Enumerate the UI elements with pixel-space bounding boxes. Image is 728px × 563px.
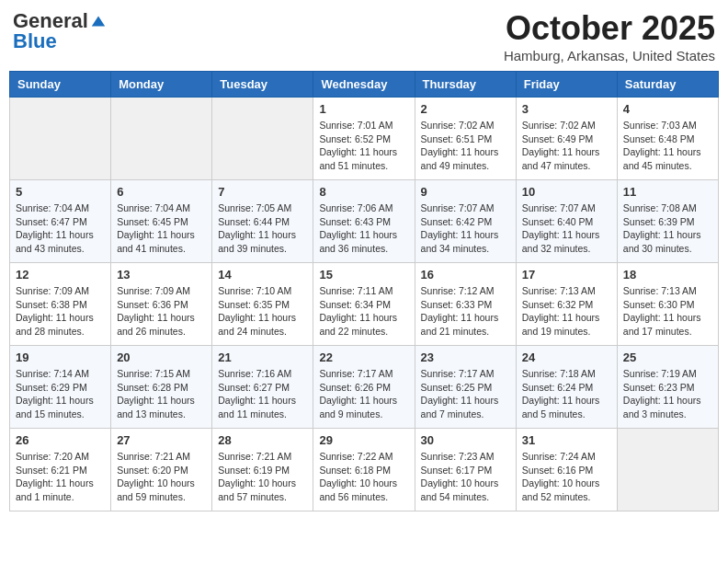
- day-info: Sunrise: 7:13 AMSunset: 6:32 PMDaylight:…: [522, 284, 611, 339]
- day-number: 11: [623, 185, 712, 199]
- table-row: [212, 98, 313, 180]
- day-number: 24: [522, 350, 611, 364]
- header-tuesday: Tuesday: [212, 72, 313, 98]
- table-row: 9Sunrise: 7:07 AMSunset: 6:42 PMDaylight…: [415, 180, 516, 263]
- day-info: Sunrise: 7:17 AMSunset: 6:26 PMDaylight:…: [319, 367, 408, 421]
- location: Hamburg, Arkansas, United States: [504, 48, 715, 63]
- table-row: 31Sunrise: 7:24 AMSunset: 6:16 PMDayligh…: [516, 429, 617, 511]
- table-row: [617, 429, 718, 511]
- logo-icon: [90, 13, 107, 29]
- day-number: 21: [218, 350, 307, 364]
- table-row: 5Sunrise: 7:04 AMSunset: 6:47 PMDaylight…: [10, 180, 111, 263]
- calendar-table: Sunday Monday Tuesday Wednesday Thursday…: [9, 71, 719, 511]
- day-info: Sunrise: 7:09 AMSunset: 6:36 PMDaylight:…: [117, 284, 206, 339]
- day-info: Sunrise: 7:24 AMSunset: 6:16 PMDaylight:…: [522, 450, 611, 504]
- day-number: 3: [522, 102, 611, 116]
- table-row: 25Sunrise: 7:19 AMSunset: 6:23 PMDayligh…: [617, 346, 718, 429]
- header-wednesday: Wednesday: [313, 72, 415, 98]
- table-row: 1Sunrise: 7:01 AMSunset: 6:52 PMDaylight…: [313, 98, 415, 180]
- day-info: Sunrise: 7:09 AMSunset: 6:38 PMDaylight:…: [16, 284, 105, 339]
- day-number: 4: [623, 102, 712, 116]
- day-info: Sunrise: 7:04 AMSunset: 6:47 PMDaylight:…: [16, 201, 105, 256]
- table-row: 15Sunrise: 7:11 AMSunset: 6:34 PMDayligh…: [313, 263, 415, 346]
- day-number: 15: [319, 268, 408, 282]
- logo-blue-text: Blue: [13, 29, 57, 53]
- table-row: 16Sunrise: 7:12 AMSunset: 6:33 PMDayligh…: [415, 263, 516, 346]
- table-row: 21Sunrise: 7:16 AMSunset: 6:27 PMDayligh…: [212, 346, 313, 429]
- day-info: Sunrise: 7:21 AMSunset: 6:19 PMDaylight:…: [218, 450, 307, 504]
- day-number: 8: [319, 185, 408, 199]
- day-info: Sunrise: 7:12 AMSunset: 6:33 PMDaylight:…: [421, 284, 510, 339]
- title-area: October 2025 Hamburg, Arkansas, United S…: [504, 9, 715, 63]
- day-info: Sunrise: 7:02 AMSunset: 6:51 PMDaylight:…: [421, 119, 510, 173]
- day-number: 18: [623, 268, 712, 282]
- table-row: 6Sunrise: 7:04 AMSunset: 6:45 PMDaylight…: [111, 180, 212, 263]
- day-info: Sunrise: 7:10 AMSunset: 6:35 PMDaylight:…: [218, 284, 307, 339]
- day-info: Sunrise: 7:17 AMSunset: 6:25 PMDaylight:…: [421, 367, 510, 421]
- day-number: 26: [16, 433, 105, 447]
- day-number: 14: [218, 268, 307, 282]
- table-row: 30Sunrise: 7:23 AMSunset: 6:17 PMDayligh…: [415, 429, 516, 511]
- logo: General Blue: [13, 9, 107, 53]
- month-title: October 2025: [504, 9, 715, 48]
- day-number: 6: [117, 185, 206, 199]
- table-row: 19Sunrise: 7:14 AMSunset: 6:29 PMDayligh…: [10, 346, 111, 429]
- day-number: 31: [522, 433, 611, 447]
- day-number: 10: [522, 185, 611, 199]
- day-info: Sunrise: 7:04 AMSunset: 6:45 PMDaylight:…: [117, 201, 206, 256]
- day-info: Sunrise: 7:08 AMSunset: 6:39 PMDaylight:…: [623, 201, 712, 256]
- day-info: Sunrise: 7:02 AMSunset: 6:49 PMDaylight:…: [522, 119, 611, 173]
- table-row: 23Sunrise: 7:17 AMSunset: 6:25 PMDayligh…: [415, 346, 516, 429]
- header-friday: Friday: [516, 72, 617, 98]
- day-info: Sunrise: 7:20 AMSunset: 6:21 PMDaylight:…: [16, 450, 105, 504]
- svg-marker-0: [92, 17, 105, 27]
- page-header: General Blue October 2025 Hamburg, Arkan…: [9, 9, 719, 63]
- day-info: Sunrise: 7:11 AMSunset: 6:34 PMDaylight:…: [319, 284, 408, 339]
- table-row: 8Sunrise: 7:06 AMSunset: 6:43 PMDaylight…: [313, 180, 415, 263]
- day-number: 28: [218, 433, 307, 447]
- day-info: Sunrise: 7:19 AMSunset: 6:23 PMDaylight:…: [623, 367, 712, 421]
- day-number: 22: [319, 350, 408, 364]
- table-row: [10, 98, 111, 180]
- day-number: 16: [421, 268, 510, 282]
- table-row: 3Sunrise: 7:02 AMSunset: 6:49 PMDaylight…: [516, 98, 617, 180]
- day-info: Sunrise: 7:05 AMSunset: 6:44 PMDaylight:…: [218, 201, 307, 256]
- day-number: 13: [117, 268, 206, 282]
- day-info: Sunrise: 7:07 AMSunset: 6:42 PMDaylight:…: [421, 201, 510, 256]
- header-thursday: Thursday: [415, 72, 516, 98]
- table-row: 10Sunrise: 7:07 AMSunset: 6:40 PMDayligh…: [516, 180, 617, 263]
- day-info: Sunrise: 7:22 AMSunset: 6:18 PMDaylight:…: [319, 450, 408, 504]
- day-info: Sunrise: 7:07 AMSunset: 6:40 PMDaylight:…: [522, 201, 611, 256]
- table-row: 14Sunrise: 7:10 AMSunset: 6:35 PMDayligh…: [212, 263, 313, 346]
- calendar-header-row: Sunday Monday Tuesday Wednesday Thursday…: [10, 72, 719, 98]
- table-row: 11Sunrise: 7:08 AMSunset: 6:39 PMDayligh…: [617, 180, 718, 263]
- table-row: 17Sunrise: 7:13 AMSunset: 6:32 PMDayligh…: [516, 263, 617, 346]
- day-number: 25: [623, 350, 712, 364]
- day-info: Sunrise: 7:15 AMSunset: 6:28 PMDaylight:…: [117, 367, 206, 421]
- table-row: 7Sunrise: 7:05 AMSunset: 6:44 PMDaylight…: [212, 180, 313, 263]
- day-number: 5: [16, 185, 105, 199]
- table-row: 29Sunrise: 7:22 AMSunset: 6:18 PMDayligh…: [313, 429, 415, 511]
- day-info: Sunrise: 7:01 AMSunset: 6:52 PMDaylight:…: [319, 119, 408, 173]
- header-sunday: Sunday: [10, 72, 111, 98]
- table-row: 2Sunrise: 7:02 AMSunset: 6:51 PMDaylight…: [415, 98, 516, 180]
- day-info: Sunrise: 7:23 AMSunset: 6:17 PMDaylight:…: [421, 450, 510, 504]
- table-row: 27Sunrise: 7:21 AMSunset: 6:20 PMDayligh…: [111, 429, 212, 511]
- day-number: 7: [218, 185, 307, 199]
- table-row: 22Sunrise: 7:17 AMSunset: 6:26 PMDayligh…: [313, 346, 415, 429]
- day-info: Sunrise: 7:18 AMSunset: 6:24 PMDaylight:…: [522, 367, 611, 421]
- day-number: 20: [117, 350, 206, 364]
- table-row: 24Sunrise: 7:18 AMSunset: 6:24 PMDayligh…: [516, 346, 617, 429]
- day-number: 12: [16, 268, 105, 282]
- day-number: 30: [421, 433, 510, 447]
- header-saturday: Saturday: [617, 72, 718, 98]
- table-row: 26Sunrise: 7:20 AMSunset: 6:21 PMDayligh…: [10, 429, 111, 511]
- table-row: 12Sunrise: 7:09 AMSunset: 6:38 PMDayligh…: [10, 263, 111, 346]
- day-info: Sunrise: 7:21 AMSunset: 6:20 PMDaylight:…: [117, 450, 206, 504]
- day-number: 17: [522, 268, 611, 282]
- day-number: 9: [421, 185, 510, 199]
- day-info: Sunrise: 7:03 AMSunset: 6:48 PMDaylight:…: [623, 119, 712, 173]
- day-info: Sunrise: 7:13 AMSunset: 6:30 PMDaylight:…: [623, 284, 712, 339]
- table-row: 20Sunrise: 7:15 AMSunset: 6:28 PMDayligh…: [111, 346, 212, 429]
- table-row: 28Sunrise: 7:21 AMSunset: 6:19 PMDayligh…: [212, 429, 313, 511]
